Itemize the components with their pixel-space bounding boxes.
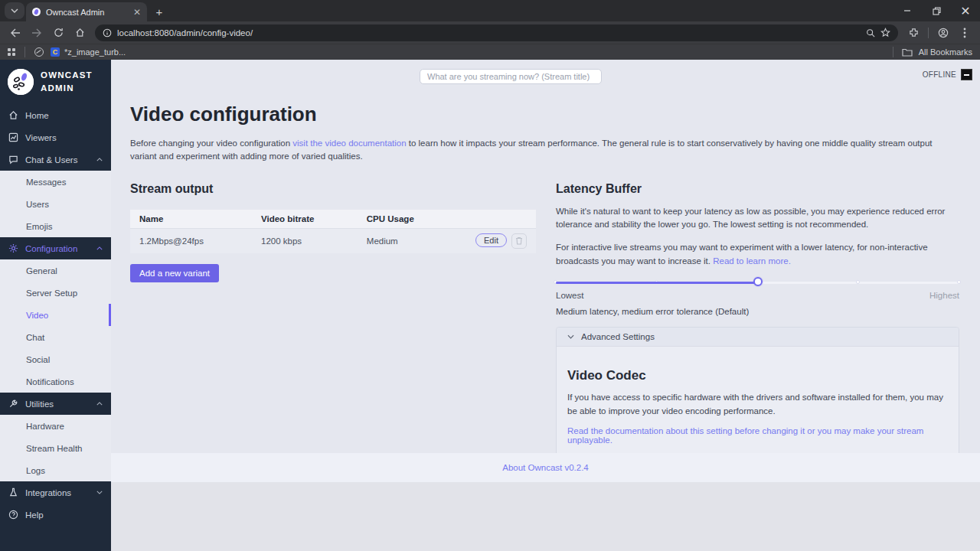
about-owncast-link[interactable]: About Owncast v0.2.4: [502, 463, 589, 472]
slider-max-label: Highest: [929, 291, 959, 300]
browser-menu-icon[interactable]: [956, 24, 974, 42]
search-icon[interactable]: [866, 28, 875, 37]
latency-buffer-section: Latency Buffer While it's natural to wan…: [556, 182, 959, 454]
latency-slider[interactable]: [556, 278, 959, 287]
latency-learn-more-link[interactable]: Read to learn more.: [713, 256, 791, 266]
slider-handle[interactable]: [753, 277, 763, 286]
owncast-favicon-icon: [32, 8, 41, 16]
sidebar-item-integrations[interactable]: Integrations: [0, 481, 111, 504]
toolbar-right: [904, 24, 974, 42]
sidebar-item-messages[interactable]: Messages: [0, 171, 111, 193]
sidebar: OWNCAST ADMIN Home Viewers Chat & Users …: [0, 60, 111, 551]
reload-button[interactable]: [49, 24, 67, 42]
window-minimize-button[interactable]: [893, 0, 922, 21]
utilities-submenu: Hardware Stream Health Logs: [0, 415, 111, 481]
sidebar-item-home[interactable]: Home: [0, 104, 111, 126]
stream-status: OFFLINE: [923, 69, 972, 80]
sidebar-item-general[interactable]: General: [0, 259, 111, 282]
bookmark-favicon-icon: C: [51, 47, 60, 57]
latency-paragraph-2: For interactive live streams you may wan…: [556, 241, 959, 269]
codec-documentation-link[interactable]: Read the documentation about this settin…: [567, 426, 948, 445]
sidebar-item-chat-users[interactable]: Chat & Users: [0, 148, 111, 171]
bookmark-star-icon[interactable]: [880, 28, 890, 37]
page-background: [111, 482, 980, 551]
sidebar-item-server-setup[interactable]: Server Setup: [0, 282, 111, 304]
browser-tabstrip: Owncast Admin ✕ + ✕: [0, 0, 980, 21]
chart-icon: [8, 132, 18, 142]
tab-title: Owncast Admin: [46, 8, 128, 17]
advanced-settings-header[interactable]: Advanced Settings: [557, 328, 959, 347]
sidebar-item-utilities[interactable]: Utilities: [0, 393, 111, 415]
globe-bookmark-icon[interactable]: [34, 47, 44, 57]
window-restore-button[interactable]: [922, 0, 951, 21]
edit-variant-button[interactable]: Edit: [475, 233, 507, 247]
sidebar-item-viewers[interactable]: Viewers: [0, 126, 111, 148]
tab-search-button[interactable]: [5, 2, 24, 19]
slider-labels: Lowest Highest: [556, 291, 959, 300]
main-area: OFFLINE Video configuration Before chang…: [111, 60, 980, 453]
sidebar-item-users[interactable]: Users: [0, 193, 111, 215]
apps-grid-icon[interactable]: [8, 48, 15, 56]
content-header: OFFLINE: [111, 60, 980, 86]
sidebar-item-chat[interactable]: Chat: [0, 326, 111, 348]
video-codec-heading: Video Codec: [567, 368, 948, 383]
stream-output-section: Stream output Name Video bitrate CPU Usa…: [130, 182, 536, 454]
home-icon: [8, 110, 18, 120]
codec-paragraph-1: If you have access to specific hardware …: [567, 391, 948, 419]
owncast-logo-icon: [8, 69, 34, 95]
home-button[interactable]: [70, 24, 89, 42]
gear-icon: [8, 243, 18, 253]
bookmark-item[interactable]: C *z_image_turb...: [51, 47, 126, 57]
intro-paragraph: Before changing your video configuration…: [130, 137, 959, 164]
page-title: Video configuration: [130, 103, 980, 126]
sidebar-item-stream-health[interactable]: Stream Health: [0, 437, 111, 459]
col-header-bitrate: Video bitrate: [252, 210, 358, 229]
table-row: 1.2Mbps@24fps 1200 kbps Medium Edit: [130, 228, 536, 253]
sidebar-title: OWNCAST ADMIN: [41, 69, 93, 94]
status-offline-label: OFFLINE: [923, 70, 956, 79]
sidebar-logo[interactable]: OWNCAST ADMIN: [0, 60, 111, 104]
chevron-down-icon: [567, 334, 574, 339]
sidebar-item-help[interactable]: Help: [0, 504, 111, 526]
sidebar-item-configuration[interactable]: Configuration: [0, 237, 111, 259]
extensions-icon[interactable]: [904, 24, 923, 42]
site-info-icon[interactable]: [103, 28, 112, 37]
sidebar-item-notifications[interactable]: Notifications: [0, 370, 111, 393]
latency-selected-description: Medium latency, medium error tolerance (…: [556, 307, 959, 316]
latency-paragraph-1: While it's natural to want to keep your …: [556, 205, 959, 233]
window-close-button[interactable]: ✕: [951, 0, 980, 21]
latency-buffer-heading: Latency Buffer: [556, 182, 959, 196]
slider-min-label: Lowest: [556, 291, 583, 300]
toolbar-divider: [928, 28, 929, 38]
tab-close-icon[interactable]: ✕: [133, 8, 141, 17]
trash-icon: [515, 236, 523, 245]
bookmarks-bar: C *z_image_turb... All Bookmarks: [0, 44, 980, 60]
sidebar-item-social[interactable]: Social: [0, 348, 111, 370]
wrench-icon: [8, 399, 18, 409]
sidebar-item-video[interactable]: Video: [0, 304, 111, 326]
sidebar-item-hardware[interactable]: Hardware: [0, 415, 111, 437]
variant-name: 1.2Mbps@24fps: [130, 228, 252, 253]
delete-variant-button[interactable]: [511, 233, 527, 249]
sidebar-item-emojis[interactable]: Emojis: [0, 215, 111, 237]
chat-users-submenu: Messages Users Emojis: [0, 171, 111, 237]
chevron-up-icon: [96, 402, 103, 406]
flask-icon: [8, 487, 18, 497]
sidebar-item-logs[interactable]: Logs: [0, 459, 111, 481]
add-variant-button[interactable]: Add a new variant: [130, 264, 219, 282]
stream-title-input[interactable]: [420, 69, 602, 84]
footer: About Owncast v0.2.4: [111, 453, 980, 482]
browser-tab-owncast-admin[interactable]: Owncast Admin ✕: [26, 2, 147, 21]
address-bar[interactable]: localhost:8080/admin/config-video/: [95, 24, 898, 41]
new-tab-button[interactable]: +: [150, 2, 168, 21]
configuration-submenu: General Server Setup Video Chat Social N…: [0, 259, 111, 393]
all-bookmarks-button[interactable]: All Bookmarks: [919, 47, 972, 57]
url-text[interactable]: localhost:8080/admin/config-video/: [117, 28, 861, 37]
forward-button[interactable]: [28, 24, 46, 42]
back-button[interactable]: [6, 24, 24, 42]
video-documentation-link[interactable]: visit the video documentation: [292, 139, 406, 148]
variant-bitrate: 1200 kbps: [252, 228, 358, 253]
profile-avatar-icon[interactable]: [934, 24, 952, 42]
stream-thumbnail: [961, 69, 972, 80]
bookmarks-divider: [24, 47, 25, 57]
